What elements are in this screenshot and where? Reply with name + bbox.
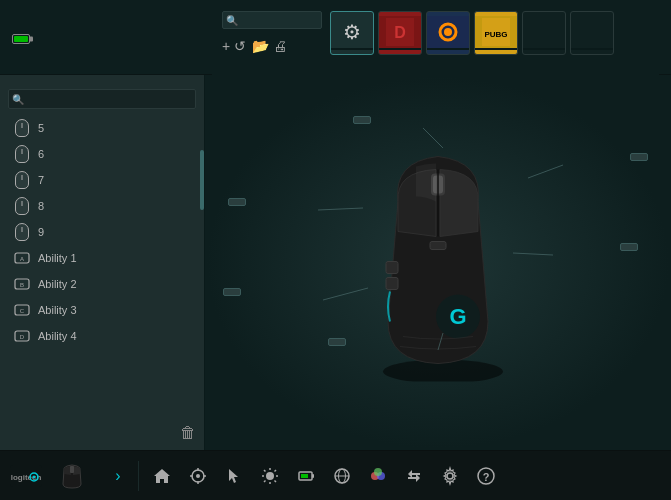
bottom-toolbar: logitech › [0,450,671,500]
callout-dpi-cycling[interactable] [620,243,638,251]
list-item[interactable]: D Ability 4 [8,323,196,349]
profiles-search[interactable]: 🔍 [222,11,322,29]
list-item[interactable]: 8 [8,193,196,219]
svg-line-46 [264,470,266,472]
toolbar-macro-button[interactable] [397,459,431,493]
profile-icon-empty1[interactable] [522,11,566,55]
logitech-logo-icon: logitech [10,465,42,487]
key-icon: D [12,326,32,346]
toolbar-settings-button[interactable] [433,459,467,493]
toolbar-logo: logitech [10,465,42,487]
svg-text:B: B [20,282,24,288]
profile-icon-dota2[interactable]: D [378,11,422,55]
callout-back[interactable] [328,338,346,346]
profile-icon-pubg[interactable]: PUBG [474,11,518,55]
mouse-image: G [348,141,528,384]
commands-panel: 🔍 5 6 7 8 9 [0,75,205,450]
svg-text:A: A [20,256,24,262]
restore-profile-button[interactable]: ↺ [234,38,246,54]
toolbar-device[interactable] [52,461,92,491]
profiles-actions: + ↺ 📂 🖨 [222,38,316,54]
list-item[interactable]: 5 [8,115,196,141]
key-icon: B [12,274,32,294]
search-icon: 🔍 [226,14,238,25]
svg-line-47 [275,480,277,482]
svg-point-58 [374,468,382,476]
commands-footer: 🗑 [8,424,196,442]
toolbar-lighting-button[interactable] [253,459,287,493]
mouse-button-icon [12,170,32,190]
toolbar-help-button[interactable]: ? [469,459,503,493]
svg-rect-19 [386,261,398,273]
mouse-button-icon [12,118,32,138]
toolbar-separator [138,461,139,491]
list-item[interactable]: B Ability 2 [8,271,196,297]
list-item[interactable]: A Ability 1 [8,245,196,271]
svg-rect-20 [386,277,398,289]
svg-point-41 [266,472,274,480]
mouse-viewport: G [205,75,671,450]
open-profile-button[interactable]: 📂 [252,38,269,54]
mouse-button-icon [12,222,32,242]
svg-point-33 [33,475,36,478]
callout-middle-click[interactable] [353,116,371,124]
svg-point-59 [447,473,453,479]
svg-point-36 [196,474,200,478]
profile-icon-default[interactable]: ⚙ [330,11,374,55]
svg-text:?: ? [483,471,490,483]
toolbar-home-button[interactable] [145,459,179,493]
mouse-button-icon [12,144,32,164]
delete-button[interactable]: 🗑 [180,424,196,442]
svg-text:D: D [394,24,406,41]
svg-point-4 [444,28,452,36]
profile-label-pubg [475,48,517,50]
search-icon: 🔍 [12,94,24,105]
toolbar-pointer-button[interactable] [217,459,251,493]
battery-status [12,34,212,44]
svg-text:G: G [449,303,466,328]
profile-icons-list: ⚙ D PUBG [330,11,614,55]
commands-list: 5 6 7 8 9 A Ability 1 [8,115,196,420]
mouse-svg: G [348,141,528,381]
key-icon: A [12,248,32,268]
toolbar-rgb-button[interactable] [361,459,395,493]
svg-rect-21 [430,241,446,249]
commands-search-input[interactable] [8,89,196,109]
profile-icon-overwatch[interactable] [426,11,470,55]
svg-line-48 [275,470,277,472]
svg-text:PUBG: PUBG [484,30,507,39]
nav-forward-button[interactable]: › [104,462,132,490]
list-item[interactable]: C Ability 3 [8,297,196,323]
profile-label-overwatch [427,48,469,50]
toolbar-customize-button[interactable] [181,459,215,493]
svg-rect-52 [312,474,314,478]
add-profile-button[interactable]: + [222,38,230,54]
list-item[interactable]: 9 [8,219,196,245]
print-profile-button[interactable]: 🖨 [273,38,287,54]
svg-rect-34 [70,466,74,473]
toolbar-battery-button[interactable] [289,459,323,493]
profile-icon-empty2[interactable] [570,11,614,55]
svg-line-25 [528,165,563,178]
app-header: 🔍 + ↺ 📂 🖨 ⚙ D [0,0,671,75]
profile-label-default [331,48,373,50]
commands-search[interactable]: 🔍 [8,89,196,109]
svg-text:D: D [20,334,25,340]
key-icon: C [12,300,32,320]
list-item[interactable]: 6 [8,141,196,167]
toolbar-network-button[interactable] [325,459,359,493]
svg-rect-51 [301,474,308,478]
callout-right-click[interactable] [630,153,648,161]
mouse-button-icon [12,196,32,216]
callout-forward[interactable] [223,288,241,296]
logo-section [12,30,212,44]
svg-line-49 [264,480,266,482]
main-content: 🔍 5 6 7 8 9 [0,75,671,450]
list-item[interactable]: 7 [8,167,196,193]
svg-text:C: C [20,308,25,314]
profiles-section: 🔍 + ↺ 📂 🖨 ⚙ D [212,0,659,75]
callout-left-click[interactable] [228,198,246,206]
battery-icon [12,34,30,44]
device-mouse-icon [52,461,92,491]
profile-label-dota2 [379,48,421,50]
